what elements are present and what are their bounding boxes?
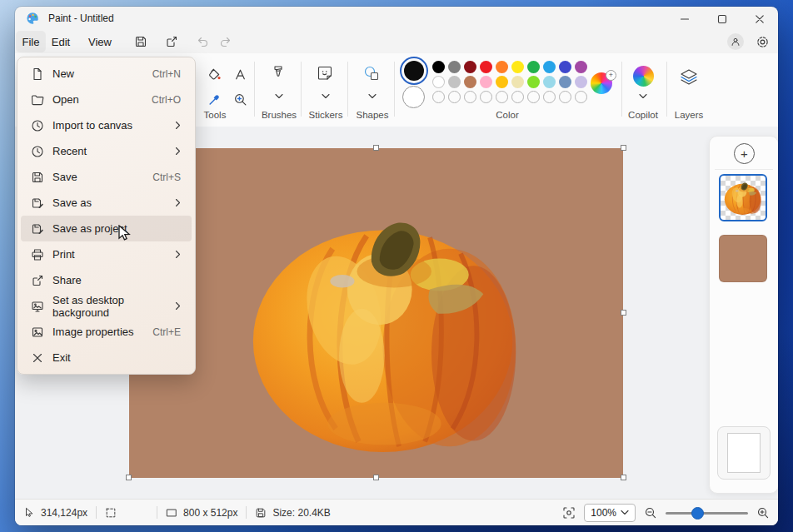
palette-color-swatch[interactable] [575, 61, 587, 73]
menu-item-label: Save [52, 171, 152, 183]
zoom-out-icon[interactable] [644, 506, 657, 520]
palette-color-swatch[interactable] [559, 76, 571, 88]
stickers-section-label: Stickers [309, 110, 343, 120]
magnifier-icon[interactable] [230, 89, 250, 109]
submenu-chevron-icon [175, 147, 181, 156]
layer-thumbnail-pumpkin[interactable] [719, 174, 767, 221]
palette-empty-slot[interactable] [432, 91, 445, 103]
undo-button[interactable] [192, 32, 213, 52]
file-menu-item-open[interactable]: OpenCtrl+O [21, 87, 192, 112]
file-menu-item-image-properties[interactable]: Image propertiesCtrl+E [21, 319, 192, 345]
canvas-resize-handle[interactable] [373, 475, 379, 480]
menu-view[interactable]: View [85, 32, 115, 52]
palette-color-swatch[interactable] [480, 76, 492, 88]
palette-empty-slot[interactable] [448, 91, 461, 103]
palette-color-swatch[interactable] [527, 76, 540, 88]
zoom-in-icon[interactable] [756, 506, 770, 520]
palette-color-swatch[interactable] [527, 61, 540, 73]
palette-color-swatch[interactable] [448, 76, 461, 88]
palette-color-swatch[interactable] [575, 76, 587, 88]
palette-empty-slot[interactable] [496, 91, 508, 103]
close-icon [754, 13, 766, 25]
palette-color-swatch[interactable] [464, 61, 476, 73]
palette-empty-slot[interactable] [543, 91, 556, 103]
palette-color-swatch[interactable] [511, 61, 524, 73]
redo-button[interactable] [215, 32, 237, 52]
shapes-section-label: Shapes [356, 110, 388, 120]
file-menu-item-share[interactable]: Share [21, 267, 192, 293]
palette-color-swatch[interactable] [432, 61, 445, 73]
palette-color-swatch[interactable] [448, 61, 461, 73]
copilot-icon[interactable] [633, 66, 654, 87]
drawing-canvas[interactable] [129, 148, 623, 478]
file-menu-item-exit[interactable]: Exit [21, 345, 192, 370]
palette-empty-slot[interactable] [559, 91, 571, 103]
palette-empty-slot[interactable] [464, 91, 476, 103]
palette-empty-slot[interactable] [575, 91, 587, 103]
canvas-background-layer[interactable] [717, 426, 771, 480]
cursor-position-value: 314,124px [41, 507, 87, 519]
palette-color-swatch[interactable] [496, 76, 508, 88]
sticker-icon[interactable] [315, 63, 335, 83]
zoom-level-dropdown[interactable]: 100% [584, 504, 636, 522]
file-menu-item-save[interactable]: SaveCtrl+S [21, 164, 192, 190]
minimize-button[interactable] [666, 7, 703, 32]
settings-gear-icon[interactable] [756, 35, 770, 49]
share-icon [31, 274, 44, 287]
eyedropper-icon[interactable] [204, 89, 224, 109]
chevron-down-icon[interactable] [275, 93, 283, 99]
file-menu-item-import-to-canvas[interactable]: Import to canvas [21, 112, 192, 138]
canvas-resize-handle[interactable] [126, 475, 132, 480]
save-button[interactable] [130, 32, 152, 52]
palette-color-swatch[interactable] [511, 76, 524, 88]
add-layer-button[interactable]: + [734, 143, 755, 164]
canvas-resize-handle[interactable] [621, 310, 626, 316]
file-menu-item-save-as-project[interactable]: Save as project [21, 216, 192, 241]
palette-empty-slot[interactable] [511, 91, 524, 103]
palette-color-swatch[interactable] [543, 76, 556, 88]
chevron-down-icon[interactable] [368, 93, 377, 99]
palette-color-swatch[interactable] [480, 61, 492, 73]
menu-item-label: Print [52, 248, 175, 261]
file-menu-item-set-as-desktop-background[interactable]: Set as desktop background [21, 293, 192, 319]
zoom-slider[interactable] [666, 507, 748, 519]
file-menu-item-recent[interactable]: Recent [21, 138, 192, 164]
save-as-icon [31, 196, 44, 210]
canvas-resize-handle[interactable] [621, 145, 626, 151]
palette-empty-slot[interactable] [527, 91, 540, 103]
palette-empty-slot[interactable] [480, 91, 492, 103]
palette-color-swatch[interactable] [496, 61, 508, 73]
foreground-color-swatch[interactable] [404, 61, 424, 81]
canvas-resize-handle[interactable] [373, 145, 379, 151]
palette-color-swatch[interactable] [559, 61, 571, 73]
text-icon[interactable] [230, 64, 250, 84]
palette-color-swatch[interactable] [464, 76, 476, 88]
close-button[interactable] [741, 7, 778, 32]
file-menu-item-new[interactable]: NewCtrl+N [21, 61, 192, 87]
file-menu-item-save-as[interactable]: Save as [21, 190, 192, 216]
brush-icon[interactable] [268, 63, 288, 83]
layer-thumbnail-background-color[interactable] [719, 235, 767, 282]
palette-color-swatch[interactable] [432, 76, 445, 88]
chevron-down-icon[interactable] [639, 93, 647, 99]
file-menu-item-print[interactable]: Print [21, 241, 192, 267]
shapes-icon[interactable] [362, 63, 382, 83]
section-divider [301, 62, 302, 117]
menu-edit[interactable]: Edit [47, 32, 75, 52]
submenu-chevron-icon [175, 121, 181, 130]
palette-color-swatch[interactable] [543, 61, 556, 73]
brushes-section-label: Brushes [262, 110, 297, 120]
canvas-resize-handle[interactable] [621, 475, 626, 480]
maximize-button[interactable] [703, 7, 741, 32]
submenu-chevron-icon [175, 250, 181, 259]
zoom-slider-thumb[interactable] [691, 507, 704, 520]
share-button[interactable] [161, 32, 182, 52]
fit-to-screen-icon[interactable] [562, 506, 576, 520]
account-icon[interactable] [727, 33, 744, 50]
background-color-swatch[interactable] [402, 86, 425, 108]
menu-file[interactable]: File [17, 32, 45, 52]
zoom-slider-track [666, 512, 748, 515]
chevron-down-icon[interactable] [322, 93, 330, 99]
fill-bucket-icon[interactable] [204, 64, 224, 84]
layers-icon[interactable] [679, 67, 699, 87]
